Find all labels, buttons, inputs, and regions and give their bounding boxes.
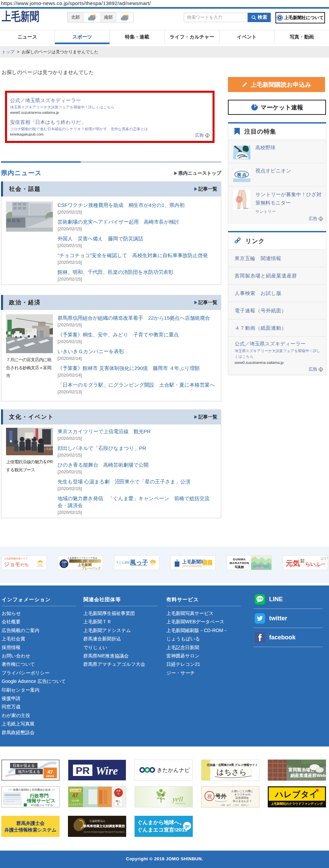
svg-text:上毛新聞: 上毛新聞 [61,561,67,563]
svg-text:作りませんか？: 作りませんか？ [233,800,252,803]
svg-text:上毛新聞社のクラウドファンディング: 上毛新聞社のクラウドファンディング [270,802,323,805]
svg-text:お祝いごとの際に: お祝いごとの際に [231,790,253,793]
svg-text:記念新聞を: 記念新聞を [236,796,249,799]
svg-text:を: を [117,792,120,795]
svg-text:らいふ: らいふ [305,561,321,567]
svg-text:視 点: 視 点 [237,173,246,177]
svg-text:47行政ジャーナル: 47行政ジャーナル [31,804,53,807]
svg-text:ぐんまエコ宣言!2019: ぐんまエコ宣言!2019 [137,827,188,833]
svg-text:よんななクラブ: よんななクラブ [69,803,83,805]
svg-text:プレーバック: プレーバック [82,566,101,570]
svg-text:47: 47 [47,769,53,775]
svg-text:上毛新聞ライブラリーで見る: 上毛新聞ライブラリーで見る [67,557,97,559]
svg-text:ハレブタイ: ハレブタイ [274,790,318,799]
svg-text:群馬県埋蔵文化財調査事業団: 群馬県埋蔵文化財調査事業団 [83,824,125,828]
svg-text:Wire: Wire [96,765,118,777]
svg-text:絹産業遺産群Web: 絹産業遺産群Web [290,773,326,778]
svg-text:祝: 祝 [207,794,212,799]
svg-text:公益財団法人: 公益財団法人 [89,819,105,823]
svg-text:CLUB: CLUB [72,799,79,802]
svg-text:ぐんまから地球へ。: ぐんまから地球へ。 [137,819,185,826]
svg-text:PR: PR [76,765,90,776]
svg-text:日本: 日本 [116,790,121,792]
svg-text:情報サービス: 情報サービス [27,798,56,803]
svg-text:MARATHON: MARATHON [230,561,249,565]
svg-text:yell: yell [172,795,183,803]
svg-text:行政専門: 行政専門 [29,793,48,798]
svg-text:NEWS: NEWS [46,775,55,778]
svg-text:はちさら: はちさら [217,768,247,776]
svg-text:医療・食・暮らしの情報: 医療・食・暮らしの情報 [321,559,328,561]
svg-text:オリジナルの: オリジナルの [234,793,250,796]
svg-text:地方が見える: 地方が見える [18,770,40,774]
svg-text:平 成: 平 成 [81,559,89,563]
svg-text:上毛新聞: 上毛新聞 [43,447,53,451]
svg-text:GUNMA: GUNMA [233,557,246,561]
svg-text:── 全国の新聞社と共同通信が提供 ──: ── 全国の新聞社と共同通信が提供 ── [8,788,55,792]
svg-text:愉し: 愉し [116,800,121,803]
svg-text:きたかんナビ: きたかんナビ [157,767,190,773]
svg-text:む: む [117,803,120,806]
svg-text:富岡製糸場と: 富岡製糸場と [288,767,315,772]
svg-text:写真館: 写真館 [235,565,244,569]
svg-text:こだわり産直: こだわり産直 [69,789,83,792]
svg-text:元気: 元気 [286,559,300,567]
svg-text:shop by my: shop by my [175,802,186,804]
svg-text:Gunma Archaeological Research: Gunma Archaeological Research Foundation [83,831,125,833]
svg-text:LINE: LINE [257,597,263,600]
svg-text:日本が見える: 日本が見える [13,764,35,768]
svg-text:北信越・北関東の8県 グルメ情報サイト: 北信越・北関東の8県 グルメ情報サイト [206,763,258,767]
svg-text:ⓒ健康サント: ⓒ健康サント [244,208,250,209]
svg-text:結婚・誕生・ご長寿・退職など: 結婚・誕生・ご長寿・退職など [221,804,249,806]
svg-text:号外: 号外 [215,793,227,799]
svg-text:ge: ge [185,824,190,829]
svg-text:47: 47 [72,793,78,798]
